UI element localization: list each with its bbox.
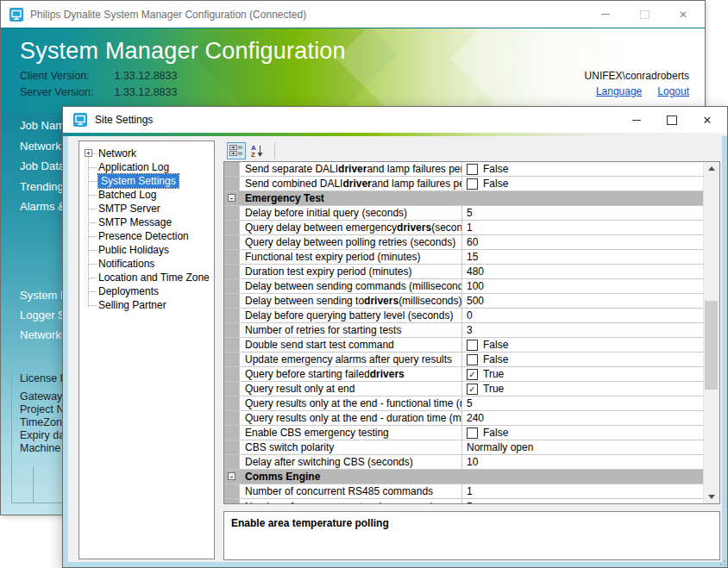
checkbox-unchecked[interactable]	[467, 178, 478, 190]
property-value[interactable]: 500	[462, 294, 703, 308]
minimize-button[interactable]	[599, 9, 612, 21]
checkbox-checked[interactable]: ✓	[467, 369, 478, 380]
scrollbar-thumb[interactable]	[705, 301, 718, 390]
collapse-minus-icon[interactable]: -	[228, 472, 235, 480]
property-value[interactable]: 5	[462, 396, 703, 410]
tree-item-application-log[interactable]: Application Log	[79, 160, 214, 174]
property-name[interactable]: Query before starting failed drivers	[240, 367, 462, 381]
grid-row[interactable]: Number of concurrent network commands5	[224, 499, 703, 503]
property-name[interactable]: Delay before initial query (seconds)	[240, 206, 462, 220]
property-value[interactable]: 15	[462, 250, 703, 264]
scrollbar-up-button[interactable]	[704, 162, 719, 175]
tree-item-presence-detection[interactable]: Presence Detection	[79, 229, 214, 243]
tree-item-network[interactable]: +Network	[79, 147, 214, 160]
property-value[interactable]: ✓True	[462, 382, 703, 396]
property-name[interactable]: Send separate DALI driver and lamp failu…	[240, 162, 462, 176]
language-link[interactable]: Language	[596, 85, 642, 97]
dialog-close-button[interactable]: ✕	[701, 114, 713, 126]
property-name[interactable]: Query result only at end	[240, 382, 462, 396]
property-value[interactable]: 1	[462, 221, 703, 234]
property-value[interactable]: False	[462, 426, 703, 440]
property-value[interactable]: 3	[462, 323, 703, 337]
close-button[interactable]: ✕	[677, 9, 689, 21]
property-value[interactable]: 5	[462, 206, 703, 220]
category-row-emergency-test[interactable]: -Emergency Test	[224, 191, 703, 206]
checkbox-unchecked[interactable]	[467, 428, 478, 439]
property-value[interactable]: False	[462, 338, 703, 352]
dialog-titlebar[interactable]: Site Settings ✕	[63, 107, 727, 133]
grid-row[interactable]: Delay between sending commands (millisec…	[224, 279, 703, 294]
grid-row[interactable]: Query delay between polling retries (sec…	[224, 235, 703, 250]
collapse-minus-icon[interactable]: -	[228, 194, 235, 202]
grid-row[interactable]: Query results only at the end - function…	[224, 396, 703, 411]
property-name[interactable]: Number of concurrent network commands	[240, 499, 462, 503]
property-name[interactable]: Functional test expiry period (minutes)	[240, 250, 462, 264]
property-value[interactable]: 60	[462, 235, 703, 249]
grid-row[interactable]: Enable CBS emergency testingFalse	[224, 426, 703, 440]
property-name[interactable]: Delay before querying battery level (sec…	[240, 309, 462, 322]
property-value[interactable]: False	[462, 162, 703, 176]
grid-row[interactable]: Query before starting failed drivers✓Tru…	[224, 367, 703, 382]
grid-row[interactable]: Delay before querying battery level (sec…	[224, 309, 703, 323]
tree-item-smtp-message[interactable]: SMTP Message	[79, 215, 214, 229]
property-name[interactable]: Send combined DALI driver and lamp failu…	[240, 177, 462, 190]
property-value[interactable]: 240	[462, 411, 703, 425]
scrollbar-down-button[interactable]	[704, 490, 719, 503]
category-row-comms-engine[interactable]: -Comms Engine	[224, 470, 703, 484]
grid-row[interactable]: Update emergency alarms after query resu…	[224, 353, 703, 367]
property-name[interactable]: Duration test expiry period (minutes)	[240, 265, 462, 278]
maximize-button[interactable]	[638, 9, 650, 21]
grid-row[interactable]: Double send start test commandFalse	[224, 338, 703, 353]
property-value[interactable]: 5	[462, 499, 703, 503]
property-name[interactable]: Delay between sending to drivers (millis…	[240, 294, 462, 308]
property-value[interactable]: False	[462, 177, 703, 190]
checkbox-unchecked[interactable]	[467, 340, 478, 351]
grid-row[interactable]: Query result only at end✓True	[224, 382, 703, 396]
categorized-view-button[interactable]	[227, 142, 246, 159]
property-name[interactable]: Update emergency alarms after query resu…	[240, 353, 462, 366]
property-value[interactable]: 480	[462, 265, 703, 278]
property-value[interactable]: 10	[462, 455, 703, 469]
grid-row[interactable]: Send combined DALI driver and lamp failu…	[224, 177, 703, 191]
property-name[interactable]: Query results only at the end - function…	[240, 396, 462, 410]
checkbox-unchecked[interactable]	[467, 164, 478, 175]
expand-plus-icon[interactable]: +	[85, 149, 92, 157]
grid-row[interactable]: Number of retries for starting tests3	[224, 323, 703, 338]
grid-row[interactable]: Delay between sending to drivers (millis…	[224, 294, 703, 309]
grid-row[interactable]: Query delay between emergency drivers (s…	[224, 221, 703, 235]
property-name[interactable]: Delay between sending commands (millisec…	[240, 279, 462, 293]
property-value[interactable]: Normally open	[462, 440, 703, 454]
grid-row[interactable]: Delay before initial query (seconds)5	[224, 206, 703, 221]
alphabetical-sort-button[interactable]: A Z	[248, 142, 267, 159]
grid-row[interactable]: Query results only at the end - duration…	[224, 411, 703, 426]
tree-item-smtp-server[interactable]: SMTP Server	[79, 202, 214, 215]
tree-item-batched-log[interactable]: Batched Log	[79, 188, 214, 202]
property-value[interactable]: 0	[462, 309, 703, 322]
grid-row[interactable]: Number of concurrent RS485 commands1	[224, 484, 703, 499]
tree-item-deployments[interactable]: Deployments	[79, 284, 214, 298]
tree-item-system-settings[interactable]: System Settings	[79, 174, 214, 188]
tree-item-selling-partner[interactable]: Selling Partner	[79, 298, 214, 312]
property-value[interactable]: 100	[462, 279, 703, 293]
property-name[interactable]: Enable CBS emergency testing	[240, 426, 462, 440]
scrollbar-track[interactable]	[703, 162, 719, 503]
property-value[interactable]: False	[462, 353, 703, 366]
dialog-maximize-button[interactable]	[666, 114, 678, 126]
grid-row[interactable]: Send separate DALI driver and lamp failu…	[224, 162, 703, 177]
main-window-titlebar[interactable]: Philips Dynalite System Manager Configur…	[1, 1, 705, 28]
property-value[interactable]: ✓True	[462, 367, 703, 381]
grid-row[interactable]: CBS switch polarityNormally open	[224, 440, 703, 455]
checkbox-unchecked[interactable]	[467, 354, 478, 365]
grid-row[interactable]: Duration test expiry period (minutes)480	[224, 265, 703, 279]
grid-row[interactable]: Delay after switching CBS (seconds)10	[224, 455, 703, 470]
logout-link[interactable]: Logout	[657, 85, 689, 97]
property-name[interactable]: Delay after switching CBS (seconds)	[240, 455, 462, 469]
property-name[interactable]: Query delay between polling retries (sec…	[240, 235, 462, 249]
grid-row[interactable]: Functional test expiry period (minutes)1…	[224, 250, 703, 265]
property-name[interactable]: Number of concurrent RS485 commands	[240, 484, 462, 498]
property-value[interactable]: 1	[462, 484, 703, 498]
property-name[interactable]: Double send start test command	[240, 338, 462, 352]
checkbox-checked[interactable]: ✓	[467, 384, 478, 395]
dialog-minimize-button[interactable]	[631, 114, 643, 126]
tree-item-notifications[interactable]: Notifications	[79, 257, 214, 271]
